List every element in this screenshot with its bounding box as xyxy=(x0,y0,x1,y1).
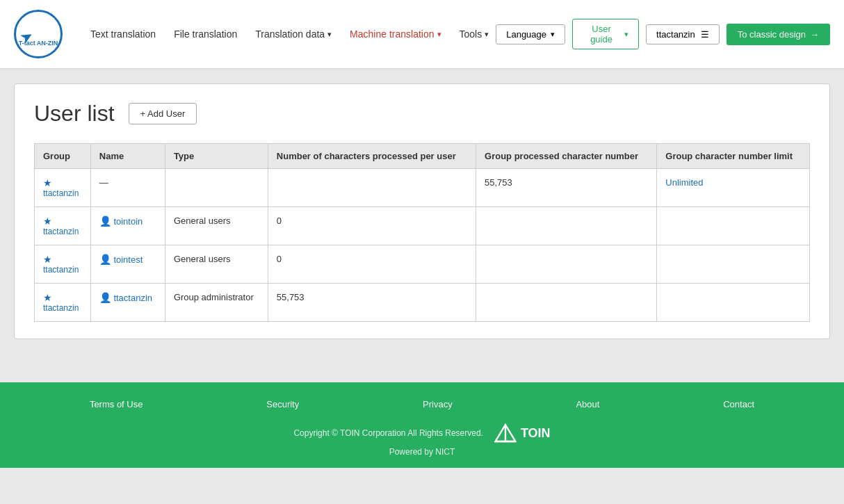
toin-logo: TOIN xyxy=(494,423,551,443)
nav-tools[interactable]: Tools ▾ xyxy=(453,24,496,44)
cell-name: 👤 ttactanzin xyxy=(90,284,165,322)
classic-design-button[interactable]: To classic design → xyxy=(727,24,830,45)
cell-char-limit xyxy=(657,245,810,284)
cell-name: 👤 tointest xyxy=(90,245,165,284)
footer-bottom: Copyright © TOIN Corporation All Rights … xyxy=(28,423,816,457)
hamburger-icon: ☰ xyxy=(701,29,709,40)
header-right: Language ▾ User guide ▾ ttactanzin ☰ To … xyxy=(496,19,830,49)
chevron-down-icon: ▾ xyxy=(624,30,628,39)
cell-chars-per-user: 0 xyxy=(268,245,476,284)
star-icon: ★ xyxy=(43,216,52,227)
col-char-limit: Group character number limit xyxy=(657,144,810,169)
nav-machine-translation[interactable]: Machine translation ▾ xyxy=(343,24,448,44)
col-type: Type xyxy=(165,144,268,169)
cell-char-limit xyxy=(657,284,810,322)
cell-chars-per-user: 55,753 xyxy=(268,284,476,322)
cell-chars-per-user xyxy=(268,169,476,207)
footer: Terms of Use Security Privacy About Cont… xyxy=(0,382,844,468)
cell-chars-per-user: 0 xyxy=(268,207,476,245)
cell-group-chars xyxy=(476,207,657,245)
chevron-down-icon: ▾ xyxy=(327,30,332,39)
page-title: User list xyxy=(34,101,115,127)
dash-label: — xyxy=(99,177,108,188)
main-content: User list + Add User Group Name Type Num… xyxy=(0,70,844,382)
cell-name: 👤 tointoin xyxy=(90,207,165,245)
star-icon: ★ xyxy=(43,177,52,188)
username-button[interactable]: ttactanzin ☰ xyxy=(646,24,720,44)
nav-translation-data[interactable]: Translation data ▾ xyxy=(248,24,339,44)
table-row: ★ ttactanzin 👤 tointest General users0 xyxy=(35,245,810,284)
username-link[interactable]: ttactanzin xyxy=(113,293,152,303)
footer-links: Terms of Use Security Privacy About Cont… xyxy=(28,399,816,409)
nav-text-translation[interactable]: Text translation xyxy=(83,24,163,44)
table-row: ★ ttactanzin 👤 tointoin General users0 xyxy=(35,207,810,245)
username-link[interactable]: tointest xyxy=(113,254,143,265)
user-table: Group Name Type Number of characters pro… xyxy=(34,143,810,322)
admin-icon: 👤 xyxy=(99,292,111,303)
star-icon: ★ xyxy=(43,254,52,265)
cell-type: General users xyxy=(165,245,268,284)
group-link[interactable]: ttactanzin xyxy=(43,227,82,236)
toin-logo-icon xyxy=(494,423,517,443)
username-link[interactable]: tointoin xyxy=(113,216,143,227)
star-icon: ★ xyxy=(43,292,52,303)
page-header: User list + Add User xyxy=(34,101,810,127)
group-link[interactable]: ttactanzin xyxy=(43,265,82,275)
language-button[interactable]: Language ▾ xyxy=(496,24,565,44)
cell-name: — xyxy=(90,169,165,207)
table-row: ★ ttactanzin 👤 ttactanzin Group administ… xyxy=(35,284,810,322)
main-nav: Text translation File translation Transl… xyxy=(83,24,496,44)
user-icon: 👤 xyxy=(99,216,111,227)
cell-group: ★ ttactanzin xyxy=(35,169,91,207)
cell-group-chars: 55,753 xyxy=(476,169,657,207)
cell-char-limit: Unlimited xyxy=(657,169,810,207)
table-row: ★ ttactanzin —55,753Unlimited xyxy=(35,169,810,207)
footer-contact[interactable]: Contact xyxy=(723,399,754,409)
group-link[interactable]: ttactanzin xyxy=(43,188,82,198)
add-user-button[interactable]: + Add User xyxy=(129,103,197,124)
footer-security[interactable]: Security xyxy=(266,399,299,409)
cell-group: ★ ttactanzin xyxy=(35,207,91,245)
col-group-chars: Group processed character number xyxy=(476,144,657,169)
footer-privacy[interactable]: Privacy xyxy=(423,399,453,409)
col-name: Name xyxy=(90,144,165,169)
footer-about[interactable]: About xyxy=(576,399,599,409)
table-body: ★ ttactanzin —55,753Unlimited ★ ttactanz… xyxy=(35,169,810,322)
user-guide-button[interactable]: User guide ▾ xyxy=(572,19,639,49)
user-icon: 👤 xyxy=(99,254,111,265)
header: ➤ T-tact AN-ZIN Text translation File tr… xyxy=(0,0,844,70)
footer-copyright: Copyright © TOIN Corporation All Rights … xyxy=(28,423,816,443)
cell-char-limit xyxy=(657,207,810,245)
group-link[interactable]: ttactanzin xyxy=(43,303,82,313)
arrow-right-icon: → xyxy=(810,29,819,40)
cell-group-chars xyxy=(476,245,657,284)
cell-type: General users xyxy=(165,207,268,245)
cell-group: ★ ttactanzin xyxy=(35,284,91,322)
cell-group-chars xyxy=(476,284,657,322)
col-chars-per-user: Number of characters processed per user xyxy=(268,144,476,169)
cell-type: Group administrator xyxy=(165,284,268,322)
chevron-down-icon: ▾ xyxy=(551,30,555,39)
logo[interactable]: ➤ T-tact AN-ZIN xyxy=(14,10,63,58)
col-group: Group xyxy=(35,144,91,169)
table-header: Group Name Type Number of characters pro… xyxy=(35,144,810,169)
unlimited-link[interactable]: Unlimited xyxy=(665,177,703,188)
chevron-down-icon: ▾ xyxy=(437,30,441,39)
footer-terms[interactable]: Terms of Use xyxy=(90,399,143,409)
content-panel: User list + Add User Group Name Type Num… xyxy=(14,83,830,339)
nav-file-translation[interactable]: File translation xyxy=(167,24,244,44)
footer-powered: Powered by NICT xyxy=(28,447,816,457)
cell-type xyxy=(165,169,268,207)
cell-group: ★ ttactanzin xyxy=(35,245,91,284)
chevron-down-icon: ▾ xyxy=(485,30,489,39)
logo-circle: ➤ T-tact AN-ZIN xyxy=(14,10,63,58)
